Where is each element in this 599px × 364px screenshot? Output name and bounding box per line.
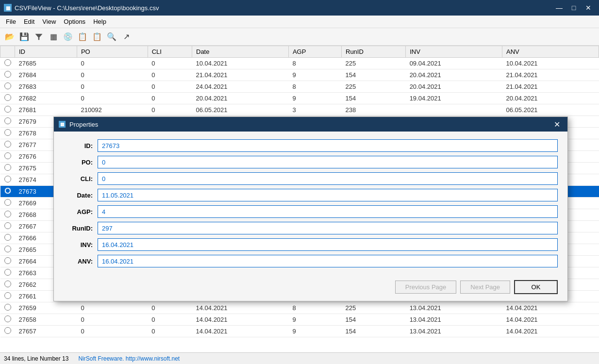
row-radio[interactable] <box>4 246 11 252</box>
row-radio[interactable] <box>4 269 11 276</box>
row-radio[interactable] <box>4 327 11 334</box>
cell-inv: 09.04.2021 <box>406 58 502 69</box>
table-row[interactable]: 27682 0 0 20.04.2021 9 154 19.04.2021 20… <box>0 93 599 104</box>
cell-runid: 238 <box>342 104 406 116</box>
row-radio-cell <box>0 69 15 81</box>
row-radio[interactable] <box>4 152 11 159</box>
row-radio[interactable] <box>4 211 11 217</box>
row-radio[interactable] <box>4 83 11 89</box>
table-row[interactable]: 27657 0 0 14.04.2021 9 154 13.04.2021 14… <box>0 326 599 337</box>
row-radio[interactable] <box>4 222 11 229</box>
maximize-button[interactable]: □ <box>567 2 581 14</box>
field-row-cli: CLI: <box>64 172 558 185</box>
menu-edit[interactable]: Edit <box>20 17 38 27</box>
search-button[interactable]: 🔍 <box>105 30 118 44</box>
grid-button[interactable]: ▦ <box>47 30 60 44</box>
table-row[interactable]: 27659 0 0 14.04.2021 8 225 13.04.2021 14… <box>0 302 599 314</box>
row-radio[interactable] <box>4 187 11 194</box>
open-button[interactable]: 📂 <box>3 30 17 44</box>
row-radio[interactable] <box>4 129 11 136</box>
row-radio[interactable] <box>4 292 11 299</box>
row-radio-cell <box>0 128 15 139</box>
cell-inv: 13.04.2021 <box>406 302 502 314</box>
row-radio[interactable] <box>4 281 11 287</box>
field-input-agp[interactable] <box>98 205 558 218</box>
row-radio[interactable] <box>4 94 11 101</box>
row-radio[interactable] <box>4 59 11 66</box>
row-radio-cell <box>0 326 15 337</box>
row-radio[interactable] <box>4 234 11 241</box>
col-header-runid[interactable]: RunID <box>342 46 406 58</box>
minimize-button[interactable]: — <box>552 2 566 14</box>
field-input-po[interactable] <box>98 156 558 168</box>
row-radio-cell <box>0 58 15 69</box>
toolbar: 📂 💾 ▦ 💿 📋 📋 🔍 ↗ <box>0 28 599 46</box>
menu-file[interactable]: File <box>2 17 20 27</box>
ok-button[interactable]: OK <box>514 280 558 294</box>
col-header-agp[interactable]: AGP <box>288 46 341 58</box>
cell-date: 24.04.2021 <box>192 81 289 93</box>
export-button[interactable]: ↗ <box>119 30 133 44</box>
cell-cli: 0 <box>148 326 192 337</box>
field-input-runid[interactable] <box>98 222 558 234</box>
row-radio[interactable] <box>4 106 11 113</box>
row-radio[interactable] <box>4 315 11 322</box>
field-input-id[interactable] <box>98 139 558 152</box>
col-header-anv[interactable]: ANV <box>502 46 599 58</box>
field-input-anv[interactable] <box>98 255 558 267</box>
cell-inv: 20.04.2021 <box>406 69 502 81</box>
table-row[interactable]: 27683 0 0 24.04.2021 8 225 20.04.2021 21… <box>0 81 599 93</box>
dialog-close-button[interactable]: ✕ <box>551 118 563 130</box>
col-header-cli[interactable]: CLI <box>148 46 192 58</box>
save-button[interactable]: 💾 <box>17 30 31 44</box>
row-radio[interactable] <box>4 176 11 182</box>
copy-button[interactable]: 📋 <box>76 30 89 44</box>
dialog-title-bar: ▦ Properties ✕ <box>54 117 567 132</box>
row-radio[interactable] <box>4 71 11 78</box>
table-row[interactable]: 27685 0 0 10.04.2021 8 225 09.04.2021 10… <box>0 58 599 69</box>
row-radio[interactable] <box>4 199 11 206</box>
row-radio-cell <box>0 209 15 221</box>
field-row-agp: AGP: <box>64 205 558 218</box>
col-header-id[interactable]: ID <box>15 46 77 58</box>
next-page-button[interactable]: Next Page <box>460 281 510 294</box>
row-radio-cell <box>0 104 15 116</box>
menu-help[interactable]: Help <box>89 17 110 27</box>
dialog-body: ID: PO: CLI: Date: AGP: RunID: INV: ANV: <box>54 132 567 278</box>
field-input-cli[interactable] <box>98 172 558 185</box>
table-row[interactable]: 27681 210092 0 06.05.2021 3 238 06.05.20… <box>0 104 599 116</box>
col-header-po[interactable]: PO <box>77 46 148 58</box>
filter-button[interactable] <box>32 30 46 44</box>
previous-page-button[interactable]: Previous Page <box>395 281 457 294</box>
row-radio[interactable] <box>4 117 11 124</box>
cell-cli: 0 <box>148 81 192 93</box>
copy2-button[interactable]: 📋 <box>90 30 104 44</box>
table-row[interactable]: 27658 0 0 14.04.2021 9 154 13.04.2021 14… <box>0 314 599 326</box>
row-radio[interactable] <box>4 164 11 171</box>
cell-po: 0 <box>77 69 148 81</box>
row-radio[interactable] <box>4 304 11 311</box>
cell-po: 0 <box>77 81 148 93</box>
col-header-date[interactable]: Date <box>192 46 289 58</box>
field-input-date[interactable] <box>98 189 558 201</box>
cell-po: 0 <box>77 93 148 104</box>
menu-options[interactable]: Options <box>60 17 89 27</box>
cell-id: 27657 <box>15 326 77 337</box>
cell-agp: 9 <box>288 93 341 104</box>
row-radio[interactable] <box>4 141 11 148</box>
cell-inv <box>406 104 502 116</box>
field-input-inv[interactable] <box>98 238 558 251</box>
app-icon-text: ▦ <box>6 5 10 11</box>
cell-agp: 8 <box>288 81 341 93</box>
disk-button[interactable]: 💿 <box>61 30 75 44</box>
close-button[interactable]: ✕ <box>582 2 595 14</box>
cell-id: 27681 <box>15 104 77 116</box>
cell-anv: 10.04.2021 <box>502 58 599 69</box>
row-radio-cell <box>0 232 15 244</box>
menu-view[interactable]: View <box>38 17 60 27</box>
status-bar: 34 lines, Line Number 13 NirSoft Freewar… <box>0 352 599 364</box>
col-header-inv[interactable]: INV <box>406 46 502 58</box>
table-row[interactable]: 27684 0 0 21.04.2021 9 154 20.04.2021 21… <box>0 69 599 81</box>
status-url[interactable]: http://www.nirsoft.net <box>126 355 180 362</box>
row-radio[interactable] <box>4 257 11 264</box>
